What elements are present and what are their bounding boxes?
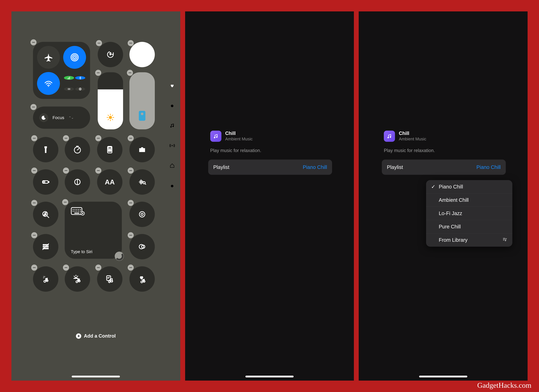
playlist-option[interactable]: Pure Chill [426, 220, 512, 233]
playlist-option-library[interactable]: From Library [426, 233, 512, 247]
remove-button[interactable] [62, 199, 68, 205]
remove-button[interactable] [128, 167, 134, 174]
phone-control-center-edit: Focus ⌃⌄ [11, 11, 180, 381]
remove-button[interactable] [95, 265, 101, 271]
svg-point-33 [109, 151, 110, 152]
remove-button[interactable] [127, 70, 133, 76]
dark-mode-icon [73, 177, 82, 186]
remove-button[interactable] [128, 265, 134, 271]
dark-mode-button[interactable] [65, 169, 90, 195]
accessibility-shortcut-button[interactable] [33, 234, 58, 259]
remove-button[interactable] [96, 40, 102, 46]
silent-mode-button[interactable] [130, 42, 155, 67]
heart-music-icon [138, 274, 147, 284]
remove-button[interactable] [63, 135, 69, 141]
home-indicator[interactable] [245, 376, 294, 378]
remove-button[interactable] [30, 39, 37, 45]
remove-button[interactable] [95, 70, 101, 76]
sleep-music-button[interactable]: Zz [33, 266, 58, 292]
svg-point-68 [44, 244, 45, 245]
add-control-button[interactable]: + Add a Control [76, 333, 116, 339]
svg-point-64 [82, 213, 83, 214]
moon-icon [39, 113, 48, 122]
home-indicator[interactable] [72, 376, 120, 378]
page-indicator-sidebar[interactable]: ● ● [169, 82, 175, 189]
svg-point-99 [172, 145, 173, 146]
remove-button[interactable] [31, 167, 37, 174]
playlist-option[interactable]: Lo-Fi Jazz [426, 207, 512, 220]
remove-button[interactable] [31, 135, 37, 141]
remove-button[interactable] [31, 232, 37, 238]
home-page-icon[interactable] [169, 163, 175, 169]
timer-button[interactable] [65, 137, 90, 162]
playlist-option[interactable]: Ambient Chill [426, 193, 512, 207]
sunrise-music-button[interactable] [65, 266, 90, 292]
svg-point-31 [111, 149, 111, 150]
checklist-music-button[interactable] [97, 266, 122, 292]
svg-point-102 [388, 137, 389, 138]
svg-line-20 [112, 119, 113, 120]
remove-button[interactable] [128, 200, 134, 206]
playlist-label: Playlist [213, 164, 229, 170]
airdrop-button[interactable] [63, 46, 86, 69]
type-to-siri-tile[interactable]: Type to Siri [65, 202, 122, 259]
airplane-icon [44, 53, 53, 62]
remove-button[interactable] [128, 135, 134, 141]
remove-button[interactable] [30, 104, 37, 110]
remove-button[interactable] [95, 135, 101, 141]
focus-label: Focus [53, 115, 64, 120]
page-dot[interactable]: ● [169, 102, 175, 109]
screen-record-button[interactable] [130, 202, 155, 227]
volume-slider[interactable] [130, 72, 155, 129]
vpn-icon[interactable] [75, 87, 85, 91]
playlist-row[interactable]: Playlist Piano Chill [382, 160, 506, 175]
calculator-button[interactable] [97, 137, 122, 162]
remove-button[interactable] [63, 265, 69, 271]
svg-line-19 [108, 115, 109, 116]
playlist-option[interactable]: Piano Chill [426, 180, 512, 193]
svg-point-1 [72, 55, 77, 60]
home-indicator[interactable] [419, 376, 467, 378]
checklist-music-icon [105, 274, 114, 284]
remove-button[interactable] [95, 167, 101, 174]
resize-handle[interactable] [115, 252, 124, 261]
low-power-button[interactable] [33, 169, 58, 195]
phone-chill-dropdown: Chill Ambient Music Play music for relax… [359, 11, 528, 381]
svg-point-0 [73, 56, 76, 58]
playlist-dropdown[interactable]: Piano Chill Ambient Chill Lo-Fi Jazz Pur… [426, 180, 512, 247]
broadcast-page-icon[interactable] [169, 143, 175, 149]
svg-point-34 [111, 151, 111, 152]
type-to-siri-label: Type to Siri [71, 249, 116, 254]
sun-icon [106, 113, 115, 122]
svg-point-78 [48, 248, 48, 249]
remove-button[interactable] [31, 265, 37, 271]
page-dot[interactable]: ● [169, 183, 175, 189]
heart-icon[interactable] [169, 82, 175, 89]
rotation-lock-button[interactable] [98, 42, 123, 67]
torch-button[interactable] [33, 137, 58, 162]
text-size-button[interactable]: AA [97, 169, 122, 195]
svg-point-59 [76, 211, 77, 212]
airplane-mode-button[interactable] [37, 46, 60, 69]
focus-button[interactable]: Focus ⌃⌄ [33, 106, 90, 129]
connectivity-cluster[interactable] [33, 42, 90, 99]
remove-button[interactable] [63, 167, 69, 174]
remove-button[interactable] [31, 200, 37, 206]
music-page-icon[interactable] [169, 123, 175, 129]
remove-button[interactable] [128, 40, 134, 46]
wifi-button[interactable] [37, 72, 60, 95]
remove-button[interactable] [128, 232, 134, 238]
cellular-icon[interactable] [64, 76, 74, 80]
hotspot-icon[interactable] [64, 87, 74, 91]
connectivity-mini[interactable] [63, 72, 86, 95]
camera-button[interactable] [130, 137, 155, 162]
svg-rect-37 [48, 182, 49, 183]
music-recognition-button[interactable] [33, 202, 58, 227]
sound-recognition-button[interactable] [130, 169, 155, 195]
bluetooth-icon[interactable] [75, 76, 85, 80]
brightness-slider[interactable] [98, 72, 123, 129]
ring-button[interactable] [130, 234, 155, 259]
playlist-row[interactable]: Playlist Piano Chill [208, 160, 332, 175]
heart-music-button[interactable] [130, 266, 155, 292]
svg-point-61 [80, 211, 81, 212]
